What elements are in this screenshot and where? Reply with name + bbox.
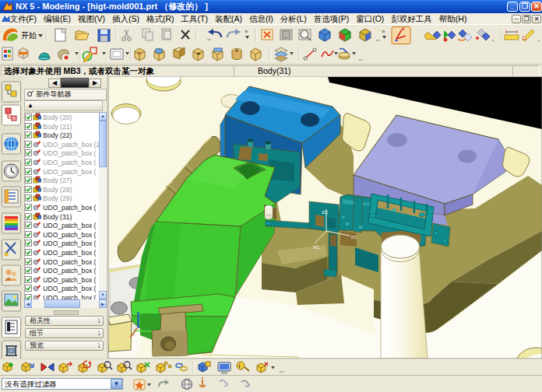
svg-text:YC: YC bbox=[350, 235, 357, 240]
svg-text:i: i bbox=[239, 362, 241, 369]
svg-text:ZC: ZC bbox=[322, 210, 329, 215]
svg-text:»: » bbox=[245, 28, 248, 35]
svg-text:XC: XC bbox=[313, 245, 320, 250]
svg-text:开始: 开始 bbox=[21, 31, 37, 40]
svg-text:»: » bbox=[382, 28, 385, 35]
